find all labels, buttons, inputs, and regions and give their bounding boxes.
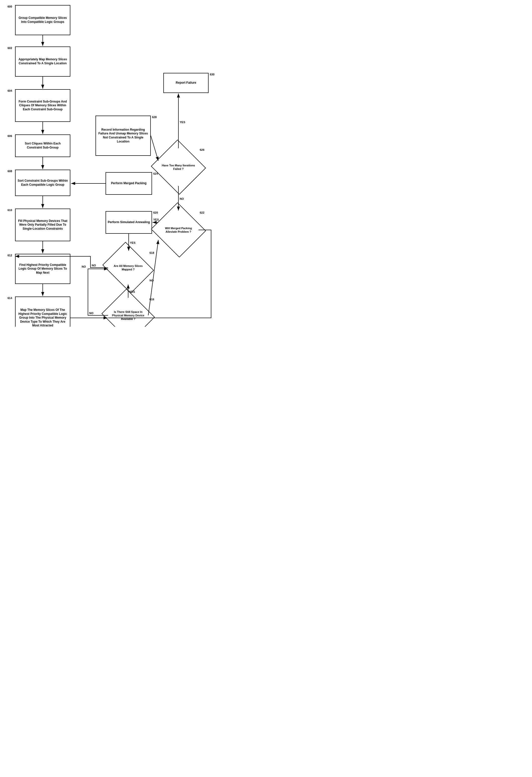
node-630-label: Report Failure — [176, 81, 196, 85]
node-626: Have Too Many Iterations Failed ? — [158, 148, 199, 186]
node-622: Will Merged Packing Alleviate Problem ? — [158, 211, 199, 249]
node-624-label: Perform Merged Packing — [111, 182, 146, 186]
svg-text:YES: YES — [153, 218, 159, 221]
node-612-label: Find Highest Priority Compatible Logic G… — [17, 263, 68, 275]
badge-608: 608 — [8, 170, 12, 173]
node-616: Is There Still Space In Physical Memory … — [108, 298, 148, 327]
node-612: Find Highest Priority Compatible Logic G… — [15, 254, 70, 284]
svg-text:NO: NO — [149, 279, 154, 282]
node-620-label: Perform Simulated Annealing — [108, 220, 150, 224]
badge-622: 622 — [200, 211, 204, 214]
badge-630: 630 — [210, 73, 214, 76]
node-618: Are All Memory Slices Mapped ? — [108, 251, 148, 284]
node-628-label: Record Information Regarding Failure And… — [98, 128, 149, 143]
flowchart: Group Compatible Memory Slices Into Comp… — [0, 0, 226, 327]
badge-628: 628 — [152, 116, 156, 119]
node-608-label: Sort Constraint Sub-Groups Within Each C… — [17, 179, 68, 187]
badge-618: 618 — [149, 251, 154, 254]
badge-600: 600 — [8, 5, 12, 8]
svg-text:NO: NO — [92, 264, 96, 267]
badge-616: 616 — [149, 298, 154, 301]
badge-614: 614 — [8, 297, 12, 300]
node-604: Form Constraint Sub-Groups And Cliques O… — [15, 89, 70, 122]
node-628: Record Information Regarding Failure And… — [96, 116, 151, 156]
node-602: Appropriately Map Memory Slices Constrai… — [15, 46, 70, 77]
label-618-no: NO — [82, 265, 86, 268]
node-622-label: Will Merged Packing Alleviate Problem ? — [158, 225, 199, 235]
badge-620: 620 — [153, 211, 158, 214]
node-608: Sort Constraint Sub-Groups Within Each C… — [15, 170, 70, 196]
node-626-label: Have Too Many Iterations Failed ? — [158, 162, 199, 172]
node-604-label: Form Constraint Sub-Groups And Cliques O… — [17, 100, 68, 112]
node-630: Report Failure — [163, 73, 209, 93]
node-614-label: Map The Memory Slices Of The Highest Pri… — [17, 308, 68, 327]
node-620: Perform Simulated Annealing — [106, 211, 152, 234]
node-606-label: Sort Cliques Within Each Constraint Sub-… — [17, 142, 68, 149]
node-624: Perform Merged Packing — [106, 172, 152, 195]
node-610: Fill Physical Memory Devices That Were O… — [15, 209, 70, 241]
node-606: Sort Cliques Within Each Constraint Sub-… — [15, 134, 70, 157]
badge-602: 602 — [8, 46, 12, 49]
svg-text:YES: YES — [180, 121, 185, 124]
badge-606: 606 — [8, 134, 12, 137]
badge-610: 610 — [8, 209, 12, 212]
node-600: Group Compatible Memory Slices Into Comp… — [15, 5, 70, 35]
badge-604: 604 — [8, 89, 12, 92]
node-618-label: Are All Memory Slices Mapped ? — [108, 263, 148, 272]
badge-626: 626 — [200, 148, 204, 151]
node-610-label: Fill Physical Memory Devices That Were O… — [17, 219, 68, 231]
node-614: Map The Memory Slices Of The Highest Pri… — [15, 297, 70, 327]
badge-612: 612 — [8, 254, 12, 257]
node-600-label: Group Compatible Memory Slices Into Comp… — [17, 16, 68, 24]
node-602-label: Appropriately Map Memory Slices Constrai… — [17, 58, 68, 65]
node-616-label: Is There Still Space In Physical Memory … — [108, 309, 148, 322]
svg-text:YES: YES — [130, 241, 135, 244]
svg-text:NO: NO — [89, 312, 94, 315]
svg-line-21 — [151, 136, 158, 161]
svg-text:NO: NO — [180, 197, 184, 200]
